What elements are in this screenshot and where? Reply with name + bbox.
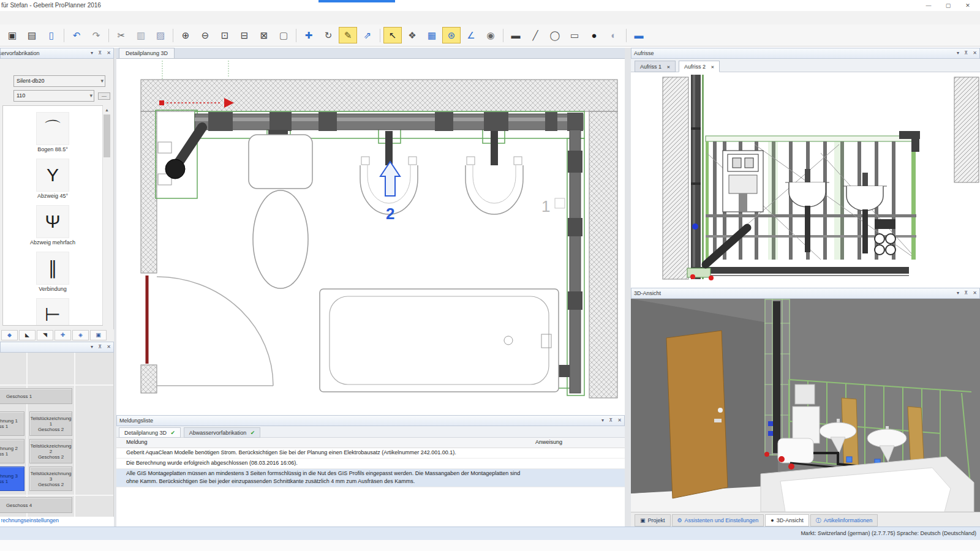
pin-icon[interactable]: ⊼ [98,50,102,56]
pipe-diameter-select[interactable]: 110 ▾ [13,90,94,102]
fitting-button[interactable]: ▬ [507,27,525,43]
panel-menu-icon[interactable]: ▾ [91,50,93,56]
align-button[interactable]: ▦ [423,27,441,43]
zoom-in-button[interactable]: ⊕ [176,27,195,43]
pin-icon[interactable]: ⊼ [609,418,612,423]
cut-button[interactable]: ✂ [112,27,130,43]
close-icon[interactable]: ✕ [710,65,714,69]
3d-viewport[interactable] [631,299,980,512]
floor-plan-canvas[interactable]: 2 1 [116,59,625,414]
calculation-settings-link[interactable]: Berechnungseinstellungen [1,517,114,525]
toolbar-button[interactable] [64,29,64,42]
scrollbar-thumb[interactable] [104,114,110,157]
level-cell[interactable]: Teilstückzeichnung 2Geschoss 1 [0,439,24,463]
close-icon[interactable]: ✕ [667,65,671,69]
washbasin-symbols[interactable] [360,157,523,214]
toolbar-button[interactable] [296,29,296,42]
toolbar-button[interactable] [173,29,173,42]
minimize-button[interactable]: — [919,0,938,11]
tab-3d-ansicht[interactable]: ●3D-Ansicht [765,514,809,527]
paint-pipe-button[interactable]: ✎ [339,27,357,43]
filter-fittings-button[interactable]: ◆ [1,330,18,340]
move-button[interactable]: ❖ [403,27,421,43]
toolbar-button[interactable] [380,29,380,42]
print-button[interactable]: ▤ [23,27,41,43]
catalog-item-abzweig-mehrfach[interactable]: Ψ Abzweig mehrfach [3,205,102,246]
catalog-scrollbar[interactable]: ▲ [102,106,110,325]
close-icon[interactable]: ✕ [107,344,111,350]
select-button[interactable]: ↖ [383,27,402,43]
toilet-symbol[interactable] [249,135,312,288]
level-cell[interactable]: Teilstückzeichnung 3Geschoss 2 [29,467,72,491]
catalog-item-bogen[interactable]: ⌒ Bogen 88.5° [3,112,102,152]
column-meldung[interactable]: Meldung [116,438,526,448]
messages-tab-abwasservorfabrikation[interactable]: Abwasservorfabrikation ✔ [184,427,261,438]
zoom-previous-button[interactable]: ⊟ [235,27,254,43]
close-icon[interactable]: ✕ [107,50,111,56]
maximize-button[interactable]: ▢ [938,0,958,11]
filter-branches-button[interactable]: ◥ [37,330,53,340]
tab-projekt[interactable]: ▣Projekt [635,514,671,527]
toolbar-button[interactable] [626,29,627,42]
panel-menu-icon[interactable]: ▾ [957,50,959,56]
zoom-object-button[interactable]: ⊛ [442,27,461,43]
close-icon[interactable]: ✕ [973,50,977,56]
close-icon[interactable]: ✕ [617,418,622,423]
connect-button[interactable]: ⇗ [358,27,377,43]
toolbar-button[interactable] [108,29,109,42]
redo-button[interactable]: ↷ [87,27,105,43]
catalog-item-partial[interactable]: ⊢ [3,298,102,326]
catalog-item-abzweig-45[interactable]: Y Abzweig 45° [3,159,102,199]
close-button[interactable]: ✕ [958,0,978,11]
draw-ellipse-button[interactable]: ◯ [546,27,564,43]
collapse-button[interactable]: — [98,92,110,100]
panel-menu-icon[interactable]: ▾ [957,290,959,296]
pin-icon[interactable]: ⊼ [964,290,968,296]
splitter[interactable] [625,48,631,527]
toolbar-button[interactable] [503,29,503,42]
messages-tab-detailplanung[interactable]: Detailplanung 3D ✔ [119,427,181,438]
bathtub-symbol[interactable] [320,289,559,392]
fitting-catalog-list[interactable]: ⌒ Bogen 88.5° Y Abzweig 45° Ψ Abzweig me… [2,105,103,326]
panel-menu-icon[interactable]: ▾ [91,344,93,350]
filter-bends-button[interactable]: ◣ [19,330,36,340]
sphere-dark-button[interactable]: ● [585,27,603,43]
copy-button[interactable]: ▥ [132,27,150,43]
zoom-all-button[interactable]: ⊠ [255,27,273,43]
message-row[interactable]: Alle GIS Montageplatten müssen an mindes… [116,469,625,487]
pin-icon[interactable]: ⊼ [964,50,968,56]
pipe-bar-button[interactable]: ▬ [630,27,648,43]
message-row[interactable]: Geberit AquaClean Modelle benötigen Stro… [116,448,625,459]
draw-line-button[interactable]: ╱ [526,27,545,43]
filter-add-button[interactable]: ✚ [55,330,71,340]
group-button[interactable]: ◉ [481,27,500,43]
close-icon[interactable]: ✕ [973,290,977,296]
filter-list-button[interactable]: ▣ [90,330,107,340]
level-header-cell[interactable]: Geschoss 1 [0,388,72,404]
level-footer-cell[interactable]: Geschoss 4 [0,497,72,513]
pipe-system-select[interactable]: Silent-db20 ▾ [13,75,105,87]
zoom-extents-button[interactable]: ▢ [274,27,293,43]
zoom-window-button[interactable]: ⊡ [216,27,234,43]
tab-detailplanung-3d[interactable]: Detailplanung 3D [119,48,175,58]
level-cell[interactable]: Teilstückzeichnung 1Geschoss 1 [0,411,24,436]
dimension-button[interactable]: ∠ [462,27,480,43]
zoom-out-button[interactable]: ⊖ [196,27,214,43]
column-anweisung[interactable]: Anweisung [526,438,625,448]
paste-button[interactable]: ▨ [151,27,170,43]
tab-artikelinformationen[interactable]: ⓘArtikelinformationen [810,514,878,527]
pan-button[interactable]: ✚ [300,27,318,43]
message-row[interactable]: Die Berechnung wurde erfolgreich abgesch… [116,459,625,469]
elevation-view[interactable] [631,72,980,288]
level-cell-selected[interactable]: Teilstückzeichnung 3Geschoss 1 [0,467,24,491]
pin-icon[interactable]: ⊼ [98,344,102,350]
rotate-button[interactable]: ↻ [319,27,337,43]
draw-rect-button[interactable]: ▭ [565,27,584,43]
tab-aufriss-1[interactable]: Aufriss 1 ✕ [635,61,676,72]
level-cell[interactable]: Teilstückzeichnung 2Geschoss 2 [29,439,72,463]
tab-aufriss-2[interactable]: Aufriss 2 ✕ [679,61,720,72]
sphere-light-button[interactable]: ◐ [605,27,623,43]
report-button[interactable]: ▯ [42,27,61,43]
save-button[interactable]: ▣ [3,27,21,43]
level-cell[interactable]: Teilstückzeichnung 1Geschoss 2 [29,411,72,436]
